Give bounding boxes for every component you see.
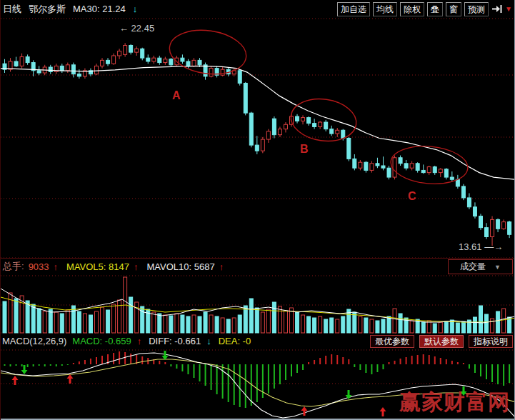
svg-text:A: A: [172, 89, 181, 101]
indicator-select-volume[interactable]: 成交量 ▼: [448, 259, 513, 274]
svg-text:13.61 —→: 13.61 —→: [459, 241, 503, 252]
toolbar: 加自选 均线 除权 叠 窗 预测 ▼: [337, 2, 512, 16]
period-label: 日线: [3, 3, 21, 16]
overlay-button[interactable]: 叠: [427, 2, 443, 16]
ma30-down-arrow-icon: ↓: [133, 4, 138, 14]
up-arrow-icon: ↑: [54, 261, 59, 272]
mavol5-value: MAVOL5: 8147: [66, 261, 129, 272]
ex-rights-button[interactable]: 除权: [400, 2, 424, 16]
diff-value: DIFF: -0.661: [149, 336, 201, 346]
macd-formula: MACD(12,26,9): [2, 336, 66, 346]
optimal-params-button[interactable]: 最优参数: [370, 335, 414, 348]
dropdown-caret-icon[interactable]: ▼: [505, 6, 512, 13]
arrow-to-bar-icon[interactable]: [491, 4, 502, 14]
ma-lines-button[interactable]: 均线: [373, 2, 397, 16]
title-bar: 日线 鄂尔多斯 MA30: 21.24 ↓ 加自选 均线 除权 叠 窗 预测 ▼: [1, 0, 514, 18]
volume-chart[interactable]: [1, 274, 515, 334]
dea-value: DEA: -0: [219, 336, 251, 346]
indicator-help-button[interactable]: 指标说明: [469, 335, 513, 348]
main-price-chart[interactable]: ABC← 22.4513.61 —→: [1, 18, 515, 259]
ma30-value: MA30: 21.24: [73, 4, 126, 14]
volume-header: 总手: 9033 ↑ MAVOL5: 8147 ↑ MAVOL10: 5687 …: [1, 258, 514, 274]
down-arrow-icon: ↓: [206, 336, 211, 346]
indicator-select-label: 成交量: [460, 261, 486, 273]
up-arrow-icon: ↑: [134, 261, 139, 272]
up-arrow-icon: ↑: [137, 336, 142, 346]
macd-chart[interactable]: [1, 349, 515, 419]
total-lots-value: 9033: [29, 261, 49, 272]
macd-value: MACD: -0.659: [72, 336, 131, 346]
up-arrow-icon: ↑: [219, 261, 224, 272]
stock-chart-window: 日线 鄂尔多斯 MA30: 21.24 ↓ 加自选 均线 除权 叠 窗 预测 ▼…: [0, 0, 515, 420]
default-params-button[interactable]: 默认参数: [419, 335, 464, 348]
macd-header: MACD(12,26,9) MACD: -0.659 ↑ DIFF: -0.66…: [1, 334, 514, 349]
forecast-button[interactable]: 预测: [464, 2, 489, 16]
svg-text:B: B: [300, 143, 309, 155]
add-watchlist-button[interactable]: 加自选: [337, 2, 370, 16]
macd-param-buttons: 最优参数 默认参数 指标说明: [370, 335, 513, 348]
window-button[interactable]: 窗: [446, 2, 461, 16]
mavol10-value: MAVOL10: 5687: [146, 261, 214, 272]
svg-text:← 22.45: ← 22.45: [119, 23, 154, 34]
svg-text:C: C: [408, 190, 416, 202]
chevron-down-icon: ▼: [494, 264, 501, 271]
total-lots-label: 总手:: [3, 260, 24, 273]
stock-name: 鄂尔多斯: [29, 3, 66, 16]
